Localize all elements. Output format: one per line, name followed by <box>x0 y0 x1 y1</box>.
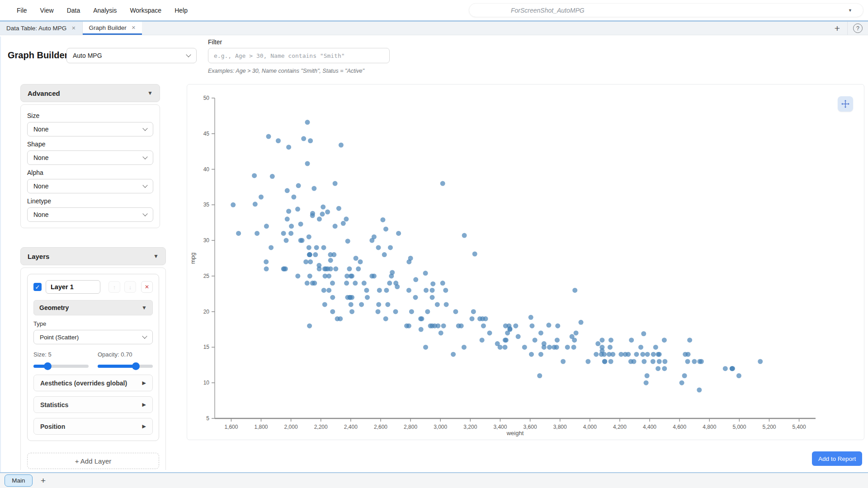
scatter-point <box>662 359 667 364</box>
opacity-label: Opacity: 0.70 <box>98 351 153 358</box>
x-tick-label: 3,600 <box>524 424 537 430</box>
scatter-point <box>396 231 401 236</box>
slider-thumb[interactable] <box>132 362 140 370</box>
scatter-point <box>481 324 486 328</box>
position-section-header[interactable]: Position ▶ <box>33 418 153 435</box>
y-tick-label: 15 <box>203 344 210 350</box>
scatter-point <box>341 221 346 226</box>
shape-select[interactable]: None <box>27 150 153 165</box>
new-tab-button[interactable]: + <box>827 23 847 34</box>
scatter-point <box>291 195 296 200</box>
scatter-point <box>321 245 326 250</box>
scatter-point <box>305 120 310 125</box>
alpha-select[interactable]: None <box>27 179 153 193</box>
collapse-caret-icon[interactable]: ▼ <box>153 253 159 259</box>
opacity-slider[interactable] <box>98 362 153 370</box>
bottom-tab-bar: Main + <box>0 472 868 488</box>
menu-view[interactable]: View <box>40 7 54 14</box>
scatter-point <box>252 173 257 178</box>
scatter-point <box>607 352 612 357</box>
scatter-point <box>554 345 559 350</box>
main-workspace-tab[interactable]: Main <box>5 474 33 487</box>
scatter-point <box>629 338 634 343</box>
scatter-point <box>253 202 258 206</box>
scatter-point <box>495 341 500 346</box>
close-icon[interactable]: ✕ <box>71 26 75 31</box>
scatter-point <box>538 330 543 335</box>
scatter-point <box>387 281 392 286</box>
scatter-point <box>285 188 290 193</box>
scatter-point <box>682 373 687 378</box>
scatter-point <box>376 302 381 307</box>
scatter-point <box>307 324 312 328</box>
scatter-point <box>270 174 275 179</box>
layer-name-input[interactable]: Layer 1 <box>46 280 100 294</box>
scatter-point <box>472 252 477 257</box>
statistics-section-header[interactable]: Statistics ▶ <box>33 396 153 413</box>
dataset-select[interactable]: Auto MPG <box>66 48 197 63</box>
menu-analysis[interactable]: Analysis <box>93 7 117 14</box>
add-workspace-tab-button[interactable]: + <box>41 476 46 486</box>
collapse-caret-icon[interactable]: ▼ <box>142 305 147 311</box>
add-to-report-button[interactable]: Add to Report <box>812 451 862 466</box>
scatter-point <box>284 238 289 243</box>
aesthetics-section-header[interactable]: Aesthetics (overrides global) ▶ <box>33 375 153 391</box>
tab-graph-builder[interactable]: Graph Builder ✕ <box>83 22 142 35</box>
scatter-point <box>507 326 512 331</box>
collapse-caret-icon[interactable]: ▼ <box>147 90 153 96</box>
filter-input[interactable]: e.g., Age > 30, Name contains "Smith" <box>208 48 390 63</box>
scatter-point <box>321 288 326 293</box>
slider-thumb[interactable] <box>44 362 52 370</box>
menu-workspace[interactable]: Workspace <box>130 7 161 14</box>
workspace-name-selector[interactable]: ForScreenShot_AutoMPG ▼ <box>469 3 863 17</box>
scatter-point <box>435 302 440 307</box>
help-icon[interactable]: ? <box>853 23 863 33</box>
menu-file[interactable]: File <box>17 7 27 14</box>
tab-data-table[interactable]: Data Table: Auto MPG ✕ <box>0 22 83 35</box>
scatter-point <box>522 345 527 350</box>
advanced-panel-header[interactable]: Advanced ▼ <box>20 84 160 102</box>
scatter-point <box>594 352 599 357</box>
move-layer-down-button[interactable]: ↓ <box>124 281 136 293</box>
scatter-point <box>333 267 338 272</box>
layer-visible-checkbox[interactable]: ✓ <box>33 283 42 291</box>
geometry-type-select[interactable]: Point (Scatter) <box>33 330 153 344</box>
scatter-point <box>430 324 435 328</box>
point-size-slider[interactable] <box>33 362 89 370</box>
layers-panel-header[interactable]: Layers ▼ <box>20 247 166 265</box>
chevron-down-icon[interactable]: ▼ <box>848 8 852 13</box>
expand-caret-icon[interactable]: ▶ <box>142 402 146 408</box>
scatter-point <box>656 366 660 371</box>
scatter-point <box>335 316 340 321</box>
geometry-section-header[interactable]: Geometry ▼ <box>33 300 153 315</box>
scatter-point <box>289 224 294 229</box>
size-select-value: None <box>33 126 48 133</box>
layer-card: ✓ Layer 1 ↑ ↓ ✕ Geometry ▼ Type Point (S… <box>27 274 159 441</box>
expand-caret-icon[interactable]: ▶ <box>142 423 146 429</box>
geometry-type-value: Point (Scatter) <box>40 334 79 341</box>
alpha-label: Alpha <box>27 169 153 176</box>
scatter-point <box>441 324 446 328</box>
x-tick-label: 4,200 <box>613 424 627 430</box>
scatter-point <box>409 309 414 314</box>
linetype-select[interactable]: None <box>27 207 153 222</box>
add-layer-button[interactable]: + Add Layer <box>27 453 159 469</box>
menu-data[interactable]: Data <box>67 7 80 14</box>
delete-layer-button[interactable]: ✕ <box>141 281 153 293</box>
scatter-point <box>365 295 370 300</box>
filter-examples-hint: Examples: Age > 30, Name contains "Smith… <box>208 68 364 74</box>
x-tick-label: 4,800 <box>703 424 716 430</box>
scatter-point <box>328 258 333 263</box>
scatter-point <box>359 302 364 307</box>
move-layer-up-button[interactable]: ↑ <box>108 281 120 293</box>
slider-fill <box>98 365 136 368</box>
scatter-point <box>692 359 697 364</box>
size-select[interactable]: None <box>27 122 153 136</box>
expand-caret-icon[interactable]: ▶ <box>142 380 146 386</box>
close-icon[interactable]: ✕ <box>132 25 136 30</box>
scatter-point <box>462 345 467 350</box>
x-tick-label: 4,000 <box>583 424 597 430</box>
size-label: Size <box>27 112 153 119</box>
menu-help[interactable]: Help <box>175 7 188 14</box>
pan-tool-button[interactable] <box>838 96 853 112</box>
